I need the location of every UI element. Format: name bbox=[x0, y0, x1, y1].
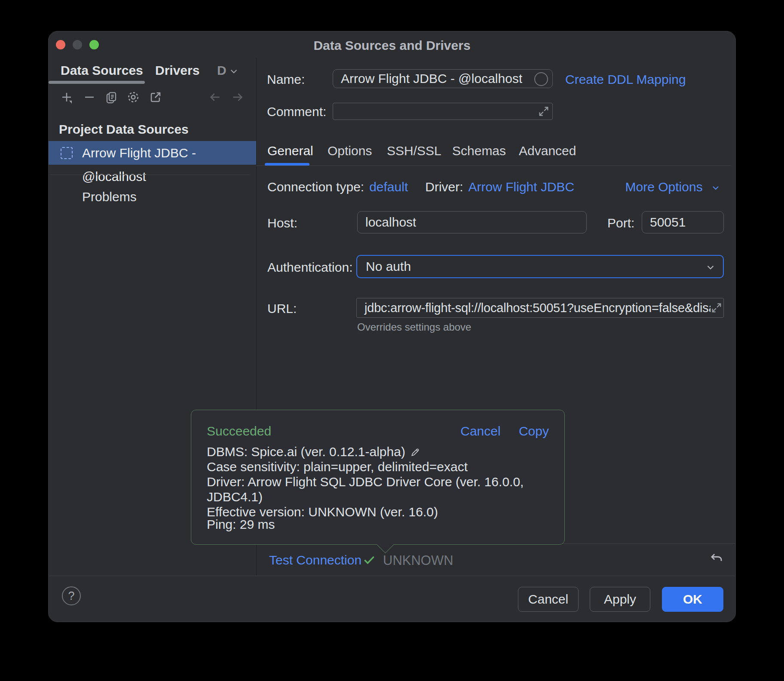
open-in-new-window-button[interactable] bbox=[148, 89, 163, 105]
connection-type-label: Connection type: bbox=[267, 180, 364, 194]
driver-value-link[interactable]: Arrow Flight JDBC bbox=[469, 180, 575, 194]
active-tab-indicator bbox=[49, 81, 145, 84]
port-label: Port: bbox=[607, 216, 634, 230]
popup-line-driver: Driver: Arrow Flight SQL JDBC Driver Cor… bbox=[207, 474, 549, 504]
sidebar-item-problems[interactable]: Problems bbox=[82, 190, 137, 204]
edit-pencil-icon[interactable] bbox=[410, 447, 421, 458]
tab-general[interactable]: General bbox=[267, 139, 313, 163]
comment-label: Comment: bbox=[267, 104, 326, 119]
datasource-icon bbox=[61, 147, 73, 159]
popup-status: Succeeded bbox=[207, 424, 271, 439]
url-expand-icon[interactable] bbox=[710, 302, 723, 314]
url-input[interactable]: jdbc:arrow-flight-sql://localhost:50051?… bbox=[356, 298, 724, 318]
create-ddl-mapping-link[interactable]: Create DDL Mapping bbox=[565, 72, 686, 87]
authentication-select[interactable]: No auth bbox=[356, 255, 724, 278]
popup-tail bbox=[377, 536, 394, 553]
remove-button[interactable] bbox=[82, 89, 97, 105]
ok-button[interactable]: OK bbox=[662, 587, 723, 612]
cancel-button[interactable]: Cancel bbox=[518, 587, 579, 612]
project-data-sources-header: Project Data Sources bbox=[59, 122, 189, 137]
sidebar-divider bbox=[50, 175, 250, 175]
host-label: Host: bbox=[267, 216, 297, 230]
add-dropdown-caret-icon bbox=[69, 101, 72, 104]
test-connection-result-popup: Succeeded Cancel Copy DBMS: Spice.ai (ve… bbox=[191, 410, 565, 545]
popup-line-dbms: DBMS: Spice.ai (ver. 0.12.1-alpha) bbox=[207, 444, 549, 459]
name-input[interactable]: Arrow Flight JDBC - @localhost bbox=[333, 69, 553, 88]
chevron-down-icon bbox=[705, 262, 716, 273]
comment-expand-icon[interactable] bbox=[538, 105, 550, 117]
add-button[interactable] bbox=[59, 89, 74, 105]
settings-gear-button[interactable] bbox=[126, 89, 141, 105]
popup-details: DBMS: Spice.ai (ver. 0.12.1-alpha) Case … bbox=[207, 444, 549, 519]
popup-line-case-sensitivity: Case sensitivity: plain=upper, delimited… bbox=[207, 459, 549, 474]
datasource-tree-item[interactable]: Arrow Flight JDBC - @localhost bbox=[49, 141, 256, 165]
host-input[interactable]: localhost bbox=[357, 211, 587, 233]
connection-type-value-link[interactable]: default bbox=[369, 180, 408, 194]
name-label: Name: bbox=[267, 72, 305, 87]
comment-input[interactable] bbox=[333, 103, 553, 120]
popup-copy-link[interactable]: Copy bbox=[519, 424, 549, 438]
tab-schemas[interactable]: Schemas bbox=[452, 139, 506, 163]
tab-options[interactable]: Options bbox=[328, 139, 372, 163]
success-check-icon bbox=[362, 552, 377, 567]
driver-label: Driver: bbox=[425, 180, 463, 194]
tab-ssh-ssl[interactable]: SSH/SSL bbox=[387, 139, 441, 163]
connection-result-text: UNKNOWN bbox=[383, 553, 453, 568]
tabs-overflow-chevron-icon[interactable] bbox=[228, 66, 239, 77]
authentication-label: Authentication: bbox=[267, 260, 352, 275]
url-label: URL: bbox=[267, 301, 297, 316]
popup-ping: Ping: 29 ms bbox=[207, 517, 275, 532]
apply-button[interactable]: Apply bbox=[590, 587, 650, 612]
tabs-divider bbox=[256, 166, 731, 166]
more-options-link[interactable]: More Options bbox=[625, 180, 721, 194]
tab-data-sources[interactable]: Data Sources bbox=[61, 58, 143, 84]
forward-button[interactable] bbox=[230, 89, 245, 105]
test-connection-link[interactable]: Test Connection bbox=[269, 553, 361, 568]
footer-divider bbox=[49, 576, 735, 576]
duplicate-button[interactable] bbox=[104, 89, 119, 105]
window-title: Data Sources and Drivers bbox=[49, 38, 735, 53]
data-sources-dialog: Data Sources and Drivers Data Sources Dr… bbox=[48, 31, 736, 622]
back-button[interactable] bbox=[207, 89, 223, 105]
tab-overflow[interactable]: D bbox=[217, 58, 227, 84]
name-progress-icon bbox=[534, 72, 548, 86]
rollback-undo-button[interactable] bbox=[708, 551, 725, 567]
popup-cancel-link[interactable]: Cancel bbox=[460, 424, 500, 438]
url-hint: Overrides settings above bbox=[357, 321, 471, 333]
port-input[interactable]: 50051 bbox=[642, 211, 724, 233]
datasource-tree-item-label: Arrow Flight JDBC - @localhost bbox=[82, 141, 256, 188]
tab-advanced[interactable]: Advanced bbox=[519, 139, 576, 163]
tab-drivers[interactable]: Drivers bbox=[155, 58, 199, 84]
help-button[interactable]: ? bbox=[62, 586, 81, 605]
